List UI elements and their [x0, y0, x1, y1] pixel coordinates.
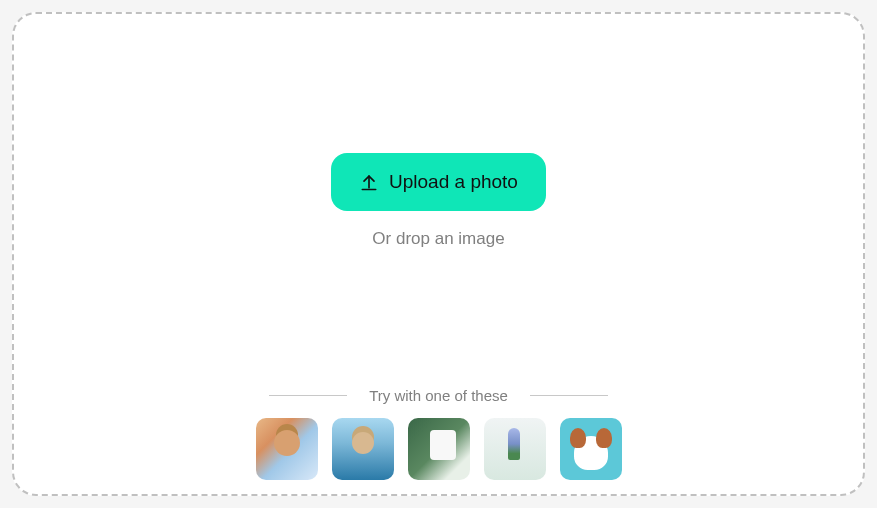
upload-icon: [359, 172, 379, 192]
drop-hint-text: Or drop an image: [372, 229, 504, 249]
upload-button[interactable]: Upload a photo: [331, 153, 546, 211]
samples-title: Try with one of these: [347, 387, 530, 404]
upload-area: Upload a photo Or drop an image: [331, 14, 546, 387]
upload-button-label: Upload a photo: [389, 171, 518, 193]
divider-line: [269, 395, 347, 396]
sample-thumb-dog[interactable]: [560, 418, 622, 480]
samples-section: Try with one of these: [14, 387, 863, 480]
sample-thumb-product-jar[interactable]: [408, 418, 470, 480]
samples-header: Try with one of these: [14, 387, 863, 404]
upload-dropzone[interactable]: Upload a photo Or drop an image Try with…: [12, 12, 865, 496]
sample-thumb-person-female[interactable]: [332, 418, 394, 480]
sample-thumb-person-male[interactable]: [256, 418, 318, 480]
sample-thumb-flower[interactable]: [484, 418, 546, 480]
samples-row: [256, 418, 622, 480]
divider-line: [530, 395, 608, 396]
